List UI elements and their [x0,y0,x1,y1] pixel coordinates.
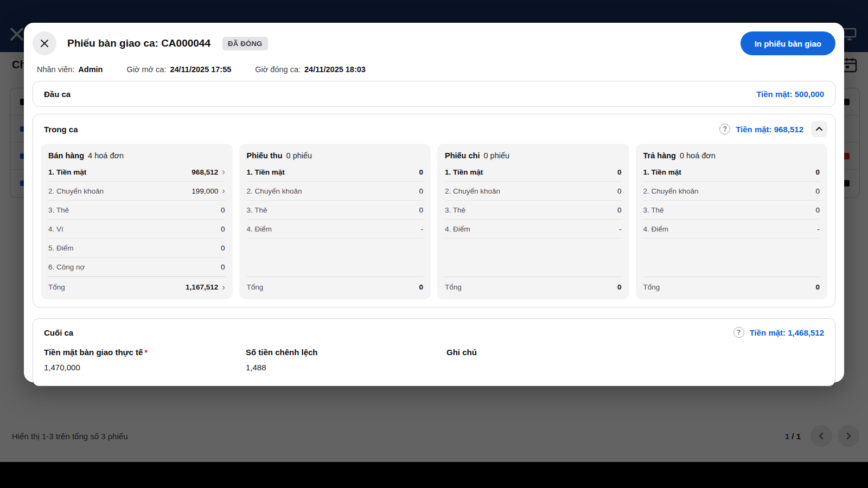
end-shift-title: Cuối ca [44,328,73,337]
shift-handover-modal: Phiếu bàn giao ca: CA000044 ĐÃ ĐÓNG In p… [24,23,844,382]
payment-row: 4. Ví0 [48,220,225,239]
chevron-right-icon: › [222,283,225,292]
payment-voucher-column: Phiếu chi 0 phiếu 1. Tiền mặt0 2. Chuyển… [437,144,629,299]
staff-info: Nhân viên:Admin [37,65,103,74]
note-field: Ghi chú [446,348,824,373]
returns-column-header: Trả hàng 0 hoá đơn [643,147,820,163]
end-shift-cash-link[interactable]: Tiền mặt: 1,468,512 [750,328,824,337]
payment-row: 3. Thẻ0 [445,201,622,220]
during-shift-title: Trong ca [44,125,78,134]
chevron-right-icon: › [222,187,225,195]
collapse-button[interactable] [811,121,827,137]
end-shift-header: Cuối ca ? Tiền mặt: 1,468,512 [44,327,824,338]
during-shift-card: Trong ca ? Tiền mặt: 968,512 Bán hàng 4 … [33,114,835,307]
end-shift-fields: Tiền mặt bàn giao thực tế* 1,470,000 Số … [44,348,824,373]
note-label: Ghi chú [446,348,824,357]
close-time-value: 24/11/2025 18:03 [304,65,366,74]
column-subtitle: 0 hoá đơn [680,151,716,160]
close-button[interactable] [33,31,56,55]
payment-row: 4. Điểm- [445,220,622,239]
start-shift-title: Đầu ca [44,89,71,99]
payment-row: 1. Tiền mặt0 [643,163,820,182]
help-icon[interactable]: ? [719,124,730,134]
payment-row: 2. Chuyển khoản0 [445,182,622,201]
status-badge: ĐÃ ĐÓNG [222,37,268,50]
sales-column: Bán hàng 4 hoá đơn 1. Tiền mặt968,512› 2… [41,144,233,299]
difference-field: Số tiền chênh lệch 1,488 [246,348,446,373]
payment-row: 3. Thẻ0 [247,201,424,220]
payment-row: 2. Chuyển khoản0 [247,182,424,201]
column-total-row: Tổng0 [643,277,820,297]
print-handover-button[interactable]: In phiếu bàn giao [741,31,835,55]
payment-row: 3. Thẻ0 [48,201,225,220]
payment-voucher-column-header: Phiếu chi 0 phiếu [445,147,622,163]
returns-column: Trả hàng 0 hoá đơn 1. Tiền mặt0 2. Chuyể… [636,144,828,299]
chevron-up-icon [815,125,823,133]
payment-row: 6. Công nợ0 [48,258,225,277]
column-total-row: Tổng0 [247,277,424,297]
help-icon[interactable]: ? [733,327,744,338]
during-shift-header: Trong ca ? Tiền mặt: 968,512 [33,114,835,144]
close-time-info: Giờ đóng ca:24/11/2025 18:03 [255,65,366,74]
payment-row[interactable]: 2. Chuyển khoản199,000› [48,182,225,201]
column-title: Phiếu thu [247,151,283,160]
column-title: Phiếu chi [445,151,480,160]
staff-value: Admin [78,65,103,74]
receipt-column-header: Phiếu thu 0 phiếu [247,147,424,163]
required-mark: * [144,348,148,357]
start-shift-cash-link[interactable]: Tiền mặt: 500,000 [756,89,824,99]
modal-title: Phiếu bàn giao ca: CA000044 [67,37,210,49]
open-time-info: Giờ mở ca:24/11/2025 17:55 [126,65,231,74]
column-subtitle: 4 hoá đơn [88,151,124,160]
difference-label: Số tiền chênh lệch [246,348,446,357]
payment-row: 2. Chuyển khoản0 [643,182,820,201]
close-time-label: Giờ đóng ca: [255,65,301,74]
open-time-label: Giờ mở ca: [126,65,166,74]
payment-row: 4. Điểm- [643,220,820,239]
column-total-row: Tổng0 [445,277,622,297]
chevron-right-icon: › [222,168,225,176]
column-total-row[interactable]: Tổng1,167,512› [48,277,225,297]
column-title: Bán hàng [48,151,84,160]
receipt-column: Phiếu thu 0 phiếu 1. Tiền mặt0 2. Chuyển… [239,144,431,299]
payment-row: 3. Thẻ0 [643,201,820,220]
payment-row: 4. Điểm- [247,220,424,239]
difference-value: 1,488 [246,363,446,373]
payment-row: 5. Điểm0 [48,239,225,258]
actual-cash-value[interactable]: 1,470,000 [44,363,246,373]
payment-columns: Bán hàng 4 hoá đơn 1. Tiền mặt968,512› 2… [41,144,827,299]
end-shift-card: Cuối ca ? Tiền mặt: 1,468,512 Tiền mặt b… [33,318,835,386]
during-shift-cash-link[interactable]: Tiền mặt: 968,512 [736,125,803,134]
sales-column-header: Bán hàng 4 hoá đơn [48,147,225,163]
payment-row[interactable]: 1. Tiền mặt968,512› [48,163,225,182]
close-icon [40,38,49,48]
actual-cash-label: Tiền mặt bàn giao thực tế* [44,348,246,357]
payment-row: 1. Tiền mặt0 [247,163,424,182]
actual-cash-field: Tiền mặt bàn giao thực tế* 1,470,000 [44,348,246,373]
column-title: Trả hàng [643,151,676,160]
modal-header: Phiếu bàn giao ca: CA000044 ĐÃ ĐÓNG In p… [33,30,835,56]
start-shift-card: Đầu ca Tiền mặt: 500,000 [33,81,835,107]
payment-row: 1. Tiền mặt0 [445,163,622,182]
note-value[interactable] [446,363,824,373]
start-shift-row: Đầu ca Tiền mặt: 500,000 [33,81,835,106]
staff-label: Nhân viên: [37,65,74,74]
open-time-value: 24/11/2025 17:55 [170,65,231,74]
column-subtitle: 0 phiếu [483,151,509,160]
column-subtitle: 0 phiếu [286,151,312,160]
shift-info-row: Nhân viên:Admin Giờ mở ca:24/11/2025 17:… [37,65,835,74]
